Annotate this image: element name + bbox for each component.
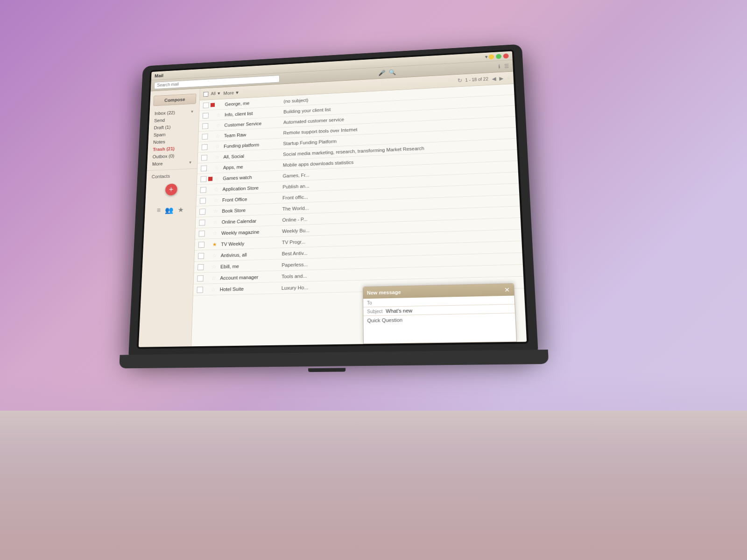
email-sender: Antivirus, all — [221, 251, 278, 258]
more-label: More — [152, 161, 163, 166]
email-checkbox[interactable] — [203, 102, 209, 108]
email-star[interactable]: ☆ — [216, 112, 222, 118]
email-sender: Info, client list — [225, 109, 280, 117]
more-toolbar-arrow: ▼ — [235, 90, 240, 95]
trash-label: Trash (21) — [153, 146, 175, 152]
subject-input[interactable] — [386, 306, 511, 314]
email-star[interactable]: ☆ — [214, 186, 220, 192]
prev-page-button[interactable]: ◀ — [491, 76, 497, 82]
to-input[interactable] — [386, 297, 511, 305]
email-star[interactable]: ☆ — [211, 264, 218, 270]
email-checkbox[interactable] — [199, 219, 205, 225]
email-sender: George, me — [225, 99, 280, 106]
email-checkbox[interactable] — [202, 133, 208, 140]
loading-icon: ○ — [507, 76, 510, 80]
compose-button[interactable]: Compose — [153, 93, 196, 106]
important-marker — [208, 176, 212, 181]
toolbar-left: All ▼ More ▼ — [203, 90, 239, 97]
fab-compose-button[interactable]: + — [165, 183, 177, 196]
email-star[interactable]: ☆ — [215, 143, 221, 149]
email-sender: Games watch — [223, 174, 279, 181]
email-checkbox[interactable] — [202, 144, 208, 150]
email-sender: Front Office — [222, 195, 279, 202]
email-checkbox[interactable] — [199, 231, 205, 237]
search-icons: 🎤 🔍 — [378, 69, 396, 76]
sidebar-item-more[interactable]: More ▼ — [147, 159, 197, 168]
microphone-icon[interactable]: 🎤 — [378, 70, 385, 76]
more-arrow: ▼ — [188, 161, 192, 165]
laptop: Mail ▼ 🎤 🔍 — [128, 44, 538, 357]
to-label: To — [367, 300, 386, 305]
maximize-button[interactable] — [496, 54, 501, 59]
inbox-label: Inbox (22) — [155, 110, 175, 116]
email-star[interactable]: ☆ — [212, 230, 218, 236]
email-sender: Book Store — [222, 206, 279, 213]
info-icon[interactable]: ℹ — [498, 63, 500, 70]
email-checkbox[interactable] — [197, 264, 204, 270]
send-label: Send — [154, 118, 165, 123]
all-dropdown[interactable]: All ▼ — [211, 91, 221, 96]
people-icon[interactable]: 👥 — [165, 206, 174, 214]
all-arrow: ▼ — [217, 91, 221, 96]
email-checkbox[interactable] — [198, 242, 204, 248]
email-star[interactable]: ☆ — [212, 252, 218, 259]
email-star[interactable]: ☆ — [215, 154, 221, 160]
email-star[interactable]: ☆ — [214, 165, 220, 171]
email-star[interactable]: ☆ — [213, 197, 219, 203]
select-all-checkbox[interactable] — [203, 91, 208, 97]
minimize-button[interactable] — [488, 54, 494, 59]
important-marker — [211, 103, 215, 107]
email-star[interactable]: ★ — [212, 241, 218, 247]
dropdown-icon[interactable]: ▼ — [484, 55, 489, 59]
settings-icon[interactable]: ☰ — [504, 63, 509, 69]
new-message-close-button[interactable]: ✕ — [504, 286, 510, 294]
email-star[interactable]: ☆ — [211, 275, 218, 281]
next-page-button[interactable]: ▶ — [498, 75, 504, 81]
email-star[interactable]: ☆ — [213, 219, 219, 225]
inbox-arrow: ▼ — [190, 110, 194, 114]
star-icon[interactable]: ★ — [177, 206, 183, 214]
email-sender: TV Weekly — [221, 240, 278, 247]
screen-bezel: Mail ▼ 🎤 🔍 — [137, 49, 529, 349]
list-icon[interactable]: ≡ — [156, 206, 161, 214]
email-checkbox[interactable] — [200, 187, 206, 193]
window-controls — [488, 53, 508, 59]
email-checkbox[interactable] — [203, 112, 209, 119]
pagination-info: 1 - 18 of 22 — [465, 77, 488, 82]
sidebar-bottom-icons: ≡ 👥 ★ — [145, 202, 196, 218]
email-sender: Online Calendar — [222, 217, 279, 224]
new-message-body[interactable]: Quick Question — [363, 313, 516, 343]
email-star[interactable]: ☆ — [215, 133, 221, 139]
draft-label: Draft (1) — [154, 125, 170, 130]
email-checkbox[interactable] — [197, 287, 204, 293]
sidebar-divider — [147, 168, 197, 171]
subject-label: Subject — [367, 308, 386, 314]
email-sender: Hotel Suite — [220, 285, 278, 292]
hands-area — [0, 373, 747, 560]
toolbar-right: ↻ 1 - 18 of 22 ◀ ▶ ○ — [458, 75, 510, 84]
email-star[interactable]: ☆ — [213, 208, 219, 214]
email-star[interactable]: ☆ — [211, 286, 218, 292]
email-checkbox[interactable] — [202, 123, 208, 129]
email-sender: Application Store — [223, 184, 279, 191]
email-checkbox[interactable] — [199, 209, 205, 215]
email-checkbox[interactable] — [201, 165, 207, 171]
email-checkbox[interactable] — [200, 197, 206, 203]
email-checkbox[interactable] — [200, 176, 206, 182]
email-checkbox[interactable] — [201, 154, 207, 161]
more-toolbar-button[interactable]: More ▼ — [223, 90, 240, 96]
close-button[interactable] — [503, 53, 509, 58]
new-message-title: New message — [367, 287, 504, 295]
laptop-screen: Mail ▼ 🎤 🔍 — [139, 51, 527, 347]
email-checkbox[interactable] — [197, 275, 204, 281]
refresh-button[interactable]: ↻ — [458, 77, 463, 84]
search-icon[interactable]: 🔍 — [389, 69, 396, 76]
email-star[interactable]: ☆ — [216, 122, 222, 128]
pagination-arrows: ◀ ▶ — [491, 75, 504, 82]
email-star[interactable]: ☆ — [214, 175, 220, 182]
email-sender: Account manager — [220, 274, 278, 280]
email-sender: Team Raw — [224, 131, 280, 138]
email-star[interactable]: ☆ — [216, 101, 222, 107]
email-checkbox[interactable] — [198, 252, 204, 259]
email-sender: All, Social — [223, 152, 279, 159]
